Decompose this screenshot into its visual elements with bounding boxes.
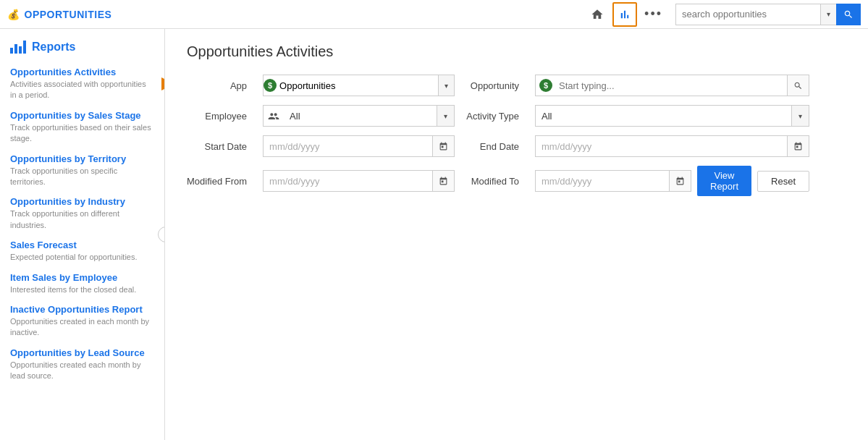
modified-from-input[interactable] [264,171,432,191]
modified-to-label: Modified To [466,176,523,187]
employee-dropdown-arrow[interactable]: ▾ [437,106,454,126]
sidebar-item-sales-forecast[interactable]: Sales Forecast Expected potential for op… [0,235,164,267]
opportunity-money-icon: $ [539,79,552,92]
sidebar-item-title-0: Opportunities Activities [10,67,154,77]
app-title: OPPORTUNITIES [25,9,112,20]
end-date-input[interactable] [536,136,787,156]
modified-to-group: View Report Reset [535,166,809,196]
start-date-calendar-icon[interactable] [432,136,454,156]
page-title: Opportunities Activities [187,43,846,60]
sidebar-item-inactive-opportunities-report[interactable]: Inactive Opportunities Report Opportunit… [0,300,164,343]
main-layout: Reports Opportunities Activities Activit… [0,29,868,440]
search-input[interactable] [675,4,820,25]
main-content: Opportunities Activities App $ Opportuni… [165,29,868,440]
logo-icon: 💰 [7,9,20,20]
employee-field[interactable]: ▾ [263,105,455,127]
opportunity-search-button[interactable] [787,75,809,96]
app-select-field[interactable]: $ Opportunities ▾ [263,75,455,96]
employee-label: Employee [187,111,251,122]
sidebar-item-desc-7: Opportunities created each month by lead… [10,360,154,382]
sidebar-item-title-3: Opportunities by Industry [10,196,154,207]
sidebar-title: Reports [32,41,75,54]
app-dropdown[interactable]: Opportunities [277,75,438,96]
sidebar-item-desc-5: Interested items for the closed deal. [10,284,154,295]
sidebar-item-opportunities-by-lead-source[interactable]: Opportunities by Lead Source Opportuniti… [0,343,164,386]
end-date-field[interactable] [535,135,809,157]
search-dropdown-button[interactable]: ▾ [820,4,836,25]
sidebar-item-title-4: Sales Forecast [10,240,154,250]
modified-to-field[interactable] [535,170,691,192]
sidebar-item-desc-1: Track opportunities based on their sales… [10,122,154,145]
activity-type-input[interactable] [536,106,791,126]
sidebar-item-desc-6: Opportunities created in each month by i… [10,316,154,339]
sidebar-item-title-2: Opportunities by Territory [10,153,154,164]
reset-button[interactable]: Reset [757,171,809,192]
more-dots[interactable]: ••• [640,7,667,22]
home-button[interactable] [585,2,610,27]
sidebar-item-desc-3: Track opportunities on different industr… [10,208,154,231]
end-date-calendar-icon[interactable] [787,136,809,156]
report-form: App $ Opportunities ▾ Opportunity $ Empl… [187,75,809,196]
sidebar-item-opportunities-by-industry[interactable]: Opportunities by Industry Track opportun… [0,192,164,235]
start-date-input[interactable] [264,136,432,156]
top-navigation: 💰 OPPORTUNITIES ••• ▾ [0,0,868,29]
app-money-icon: $ [264,79,277,92]
search-container: ▾ [675,4,861,25]
modified-to-input[interactable] [536,171,669,191]
activity-type-dropdown-arrow[interactable]: ▾ [791,106,809,126]
reports-button[interactable] [612,2,637,27]
search-submit-button[interactable] [836,4,861,25]
nav-icons: ••• ▾ [585,2,861,27]
sidebar-item-title-7: Opportunities by Lead Source [10,347,154,358]
sidebar-item-desc-4: Expected potential for opportunities. [10,252,154,263]
sidebar-item-opportunities-by-territory[interactable]: Opportunities by Territory Track opportu… [0,149,164,192]
sidebar-item-title-6: Inactive Opportunities Report [10,304,154,315]
employee-icon [264,111,284,122]
sidebar: Reports Opportunities Activities Activit… [0,29,165,440]
sidebar-item-opportunities-activities[interactable]: Opportunities Activities Activities asso… [0,62,164,106]
view-report-button[interactable]: View Report [697,166,751,196]
modified-from-field[interactable] [263,170,455,192]
sidebar-item-desc-2: Track opportunities on specific territor… [10,166,154,188]
sidebar-item-title-5: Item Sales by Employee [10,272,154,283]
activity-type-label: Activity Type [466,111,523,122]
sidebar-item-title-1: Opportunities by Sales Stage [10,110,154,121]
sidebar-item-desc-0: Activities associated with opportunities… [10,79,154,101]
start-date-label: Start Date [187,141,251,152]
start-date-field[interactable] [263,135,455,157]
sidebar-item-item-sales-by-employee[interactable]: Item Sales by Employee Interested items … [0,268,164,300]
opportunity-field[interactable]: $ [535,75,809,96]
end-date-label: End Date [466,141,523,152]
sidebar-chart-icon [10,41,26,54]
activity-type-field[interactable]: ▾ [535,105,809,127]
app-label: App [187,80,251,91]
active-arrow-indicator [161,77,165,90]
sidebar-header: Reports [0,36,164,62]
modified-from-calendar-icon[interactable] [432,171,454,191]
sidebar-item-opportunities-by-sales-stage[interactable]: Opportunities by Sales Stage Track oppor… [0,106,164,149]
opportunity-label: Opportunity [466,80,523,91]
employee-input[interactable] [284,106,437,126]
app-logo: 💰 OPPORTUNITIES [7,9,111,20]
modified-from-label: Modified From [187,176,251,187]
modified-to-calendar-icon[interactable] [669,171,691,191]
app-dropdown-arrow[interactable]: ▾ [438,75,454,96]
opportunity-input[interactable] [556,80,787,91]
